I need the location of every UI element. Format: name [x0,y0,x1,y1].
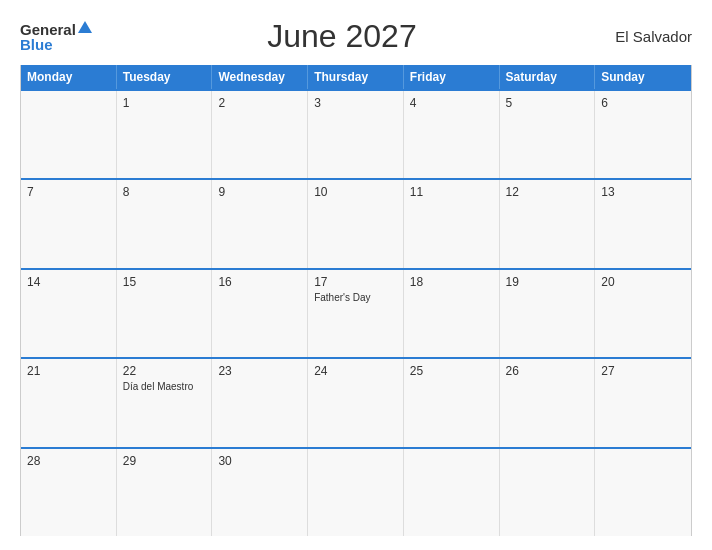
cal-cell-26: 26 [500,359,596,446]
cal-cell-empty-0 [21,91,117,178]
day-header-saturday: Saturday [500,65,596,89]
cal-cell-19: 19 [500,270,596,357]
day-number: 11 [410,185,493,199]
cal-cell-21: 21 [21,359,117,446]
logo: General Blue [20,22,92,52]
cal-cell-15: 15 [117,270,213,357]
cal-cell-4: 4 [404,91,500,178]
day-event: Día del Maestro [123,380,206,393]
week-row-3: 14151617Father's Day181920 [21,268,691,357]
cal-cell-14: 14 [21,270,117,357]
logo-flag-icon [78,21,92,33]
day-number: 28 [27,454,110,468]
day-number: 12 [506,185,589,199]
cal-cell-3: 3 [308,91,404,178]
day-header-tuesday: Tuesday [117,65,213,89]
cal-cell-16: 16 [212,270,308,357]
cal-cell-28: 28 [21,449,117,536]
country-label: El Salvador [592,28,692,45]
calendar-body: 1234567891011121314151617Father's Day181… [21,89,691,536]
day-number: 17 [314,275,397,289]
day-number: 1 [123,96,206,110]
cal-cell-5: 5 [500,91,596,178]
day-number: 2 [218,96,301,110]
day-number: 15 [123,275,206,289]
cal-cell-17: 17Father's Day [308,270,404,357]
cal-cell-1: 1 [117,91,213,178]
cal-cell-20: 20 [595,270,691,357]
week-row-1: 123456 [21,89,691,178]
day-number: 21 [27,364,110,378]
day-header-wednesday: Wednesday [212,65,308,89]
calendar: MondayTuesdayWednesdayThursdayFridaySatu… [20,65,692,536]
day-number: 14 [27,275,110,289]
cal-cell-27: 27 [595,359,691,446]
day-header-thursday: Thursday [308,65,404,89]
cal-cell-29: 29 [117,449,213,536]
cal-cell-23: 23 [212,359,308,446]
day-number: 27 [601,364,685,378]
logo-general-text: General [20,22,76,37]
day-number: 29 [123,454,206,468]
week-row-2: 78910111213 [21,178,691,267]
day-number: 18 [410,275,493,289]
day-number: 8 [123,185,206,199]
day-number: 25 [410,364,493,378]
day-number: 20 [601,275,685,289]
day-number: 16 [218,275,301,289]
cal-cell-18: 18 [404,270,500,357]
cal-cell-empty-6 [595,449,691,536]
cal-cell-13: 13 [595,180,691,267]
calendar-title: June 2027 [92,18,592,55]
cal-cell-22: 22Día del Maestro [117,359,213,446]
week-row-5: 282930 [21,447,691,536]
cal-cell-11: 11 [404,180,500,267]
cal-cell-empty-4 [404,449,500,536]
cal-cell-8: 8 [117,180,213,267]
day-number: 4 [410,96,493,110]
page: General Blue June 2027 El Salvador Monda… [0,0,712,550]
cal-cell-25: 25 [404,359,500,446]
logo-blue-text: Blue [20,37,92,52]
day-number: 3 [314,96,397,110]
cal-cell-empty-3 [308,449,404,536]
day-header-friday: Friday [404,65,500,89]
day-number: 5 [506,96,589,110]
cal-cell-30: 30 [212,449,308,536]
cal-cell-6: 6 [595,91,691,178]
day-number: 22 [123,364,206,378]
day-number: 10 [314,185,397,199]
day-number: 13 [601,185,685,199]
day-number: 24 [314,364,397,378]
day-event: Father's Day [314,291,397,304]
day-number: 6 [601,96,685,110]
day-header-sunday: Sunday [595,65,691,89]
day-number: 26 [506,364,589,378]
header: General Blue June 2027 El Salvador [20,18,692,55]
cal-cell-2: 2 [212,91,308,178]
day-number: 9 [218,185,301,199]
day-number: 7 [27,185,110,199]
day-number: 30 [218,454,301,468]
cal-cell-24: 24 [308,359,404,446]
cal-cell-7: 7 [21,180,117,267]
cal-cell-9: 9 [212,180,308,267]
day-header-monday: Monday [21,65,117,89]
cal-cell-12: 12 [500,180,596,267]
cal-cell-empty-5 [500,449,596,536]
cal-cell-10: 10 [308,180,404,267]
week-row-4: 2122Día del Maestro2324252627 [21,357,691,446]
day-number: 23 [218,364,301,378]
calendar-header-row: MondayTuesdayWednesdayThursdayFridaySatu… [21,65,691,89]
day-number: 19 [506,275,589,289]
